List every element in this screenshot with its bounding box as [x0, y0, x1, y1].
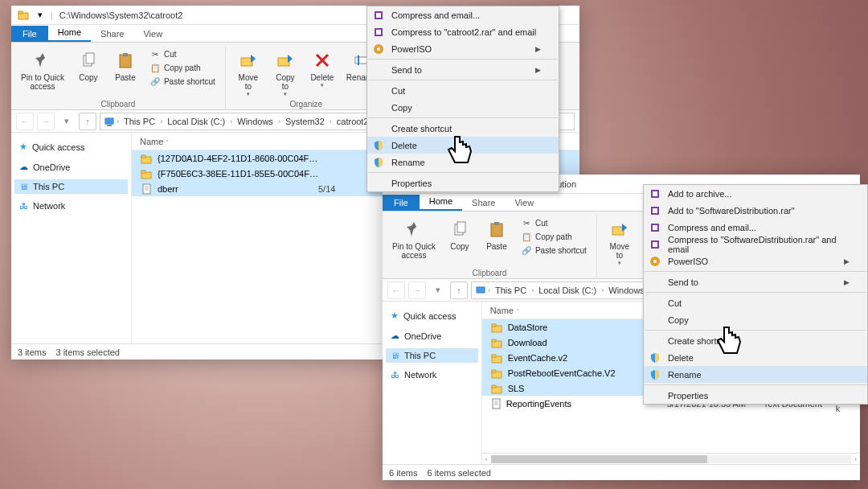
- cut-button[interactable]: ✂Cut: [146, 47, 219, 60]
- tab-file[interactable]: File: [11, 26, 48, 42]
- menu-item[interactable]: Copy: [367, 99, 559, 116]
- menu-item[interactable]: Add to "SoftwareDistribution.rar": [644, 202, 867, 219]
- tab-home[interactable]: Home: [420, 193, 462, 211]
- crumb[interactable]: Local Disk (C:): [164, 117, 228, 126]
- copy-button[interactable]: Copy: [72, 47, 104, 84]
- forward-button[interactable]: →: [408, 281, 426, 299]
- shortcut-icon: 🔗: [149, 76, 161, 87]
- svg-rect-16: [141, 155, 145, 158]
- svg-rect-36: [612, 227, 624, 235]
- menu-label: Properties: [391, 179, 432, 188]
- recent-dropdown[interactable]: ▾: [429, 281, 447, 299]
- tab-view[interactable]: View: [133, 26, 172, 42]
- menu-separator: [368, 80, 558, 80]
- menu-item[interactable]: Send to▶: [644, 273, 867, 290]
- scissors-icon: ✂: [149, 48, 161, 60]
- menu-item[interactable]: Create shortcut: [367, 120, 559, 137]
- folder-icon: [490, 351, 503, 364]
- svg-rect-48: [492, 370, 496, 372]
- tab-view[interactable]: View: [505, 195, 543, 211]
- menu-item[interactable]: Compress and email...: [367, 6, 559, 23]
- svg-rect-7: [278, 58, 289, 66]
- menu-label: Copy: [668, 315, 689, 325]
- menu-label: Add to "SoftwareDistribution.rar": [668, 206, 795, 216]
- shield-icon: [649, 368, 661, 381]
- nav-network[interactable]: 🖧Network: [386, 368, 478, 382]
- pin-quick-access-button[interactable]: Pin to Quick access: [389, 216, 439, 261]
- nav-quick-access[interactable]: ★Quick access: [386, 308, 478, 323]
- paste-button[interactable]: Paste: [481, 216, 513, 253]
- move-to-button[interactable]: Move to▼: [604, 216, 636, 267]
- nav-onedrive[interactable]: ☁OneDrive: [386, 328, 478, 343]
- menu-item[interactable]: Add to archive...: [644, 185, 867, 202]
- move-to-button[interactable]: Move to▼: [232, 47, 264, 98]
- crumb[interactable]: Windows: [234, 117, 276, 126]
- svg-rect-24: [376, 13, 381, 18]
- h-scrollbar[interactable]: ‹›: [482, 453, 860, 464]
- copy-to-button[interactable]: Copy to▼: [269, 47, 301, 98]
- svg-rect-35: [494, 222, 499, 225]
- back-button[interactable]: ←: [387, 281, 405, 299]
- cut-button[interactable]: ✂Cut: [518, 216, 590, 229]
- menu-label: Rename: [668, 370, 702, 380]
- nav-onedrive[interactable]: ☁OneDrive: [14, 159, 128, 175]
- chevron-down-icon[interactable]: ▾: [33, 8, 47, 23]
- file-icon: [140, 183, 153, 195]
- rar-icon: [649, 238, 661, 251]
- menu-item[interactable]: Compress and email...: [644, 219, 867, 236]
- tab-share[interactable]: Share: [462, 195, 505, 211]
- recent-dropdown[interactable]: ▾: [58, 113, 76, 130]
- copy-path-button[interactable]: 📋Copy path: [518, 230, 590, 243]
- tab-share[interactable]: Share: [91, 26, 133, 42]
- nav-this-pc[interactable]: 🖥This PC: [386, 348, 478, 363]
- forward-button[interactable]: →: [37, 113, 55, 130]
- menu-label: Add to archive...: [668, 189, 732, 199]
- shield-icon: [649, 351, 661, 364]
- copy-path-icon: 📋: [149, 62, 161, 73]
- menu-label: Compress to "catroot2.rar" and email: [391, 27, 536, 37]
- delete-button[interactable]: Delete▼: [306, 47, 338, 89]
- column-name[interactable]: Name ˄: [140, 137, 309, 146]
- menu-item[interactable]: Cut: [644, 294, 867, 311]
- menu-item[interactable]: Delete: [367, 137, 559, 154]
- tab-home[interactable]: Home: [48, 24, 91, 42]
- menu-item[interactable]: Compress to "catroot2.rar" and email: [367, 23, 559, 40]
- pin-quick-access-button[interactable]: Pin to Quick access: [18, 47, 68, 92]
- up-button[interactable]: ↑: [450, 281, 468, 299]
- paste-shortcut-button[interactable]: 🔗Paste shortcut: [518, 244, 590, 257]
- menu-item[interactable]: Create shortcut: [644, 332, 867, 349]
- menu-item[interactable]: Compress to "SoftwareDistribution.rar" a…: [644, 236, 867, 253]
- paste-shortcut-button[interactable]: 🔗Paste shortcut: [146, 75, 219, 88]
- svg-rect-26: [376, 30, 381, 35]
- poweriso-icon: [649, 255, 661, 268]
- menu-separator: [368, 117, 558, 118]
- svg-rect-42: [492, 324, 496, 327]
- poweriso-icon: [372, 43, 385, 55]
- menu-item[interactable]: PowerISO▶: [644, 253, 867, 269]
- crumb[interactable]: This PC: [121, 117, 158, 126]
- menu-item[interactable]: Copy: [644, 311, 867, 328]
- tab-file[interactable]: File: [383, 195, 420, 211]
- chevron-right-icon: ▶: [535, 45, 541, 53]
- menu-item[interactable]: Rename: [367, 154, 559, 171]
- nav-network[interactable]: 🖧Network: [14, 199, 128, 213]
- copy-path-button[interactable]: 📋Copy path: [146, 61, 219, 74]
- crumb[interactable]: System32: [282, 117, 328, 126]
- up-button[interactable]: ↑: [79, 113, 96, 130]
- menu-item[interactable]: Properties: [644, 387, 867, 404]
- menu-label: Compress and email...: [668, 223, 756, 232]
- nav-this-pc[interactable]: 🖥This PC: [14, 179, 128, 194]
- menu-item[interactable]: Rename: [644, 366, 867, 383]
- menu-item[interactable]: PowerISO▶: [367, 40, 559, 57]
- paste-button[interactable]: Paste: [109, 47, 141, 84]
- menu-item[interactable]: Properties: [367, 175, 559, 191]
- copy-button[interactable]: Copy: [444, 216, 476, 253]
- column-name[interactable]: Name ˄: [490, 306, 659, 315]
- back-button[interactable]: ←: [16, 113, 34, 130]
- menu-label: Properties: [668, 391, 708, 401]
- nav-quick-access[interactable]: ★Quick access: [14, 139, 128, 154]
- menu-item[interactable]: Send to▶: [367, 61, 559, 78]
- menu-item[interactable]: Cut: [367, 82, 559, 99]
- svg-rect-3: [86, 53, 94, 64]
- menu-item[interactable]: Delete: [644, 349, 867, 366]
